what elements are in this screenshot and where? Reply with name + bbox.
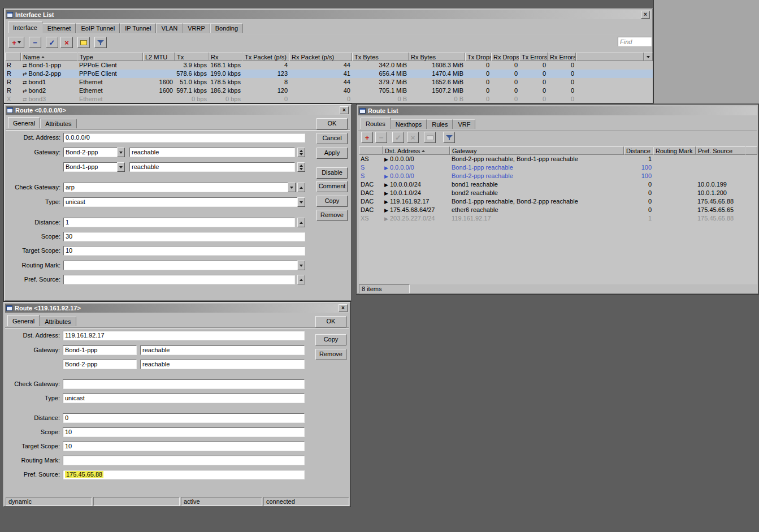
- route-row-203-25-227-0-24[interactable]: XS▶203.25.227.0/24119.161.92.171175.45.6…: [359, 214, 757, 223]
- close-icon[interactable]: ×: [340, 106, 349, 114]
- add-button[interactable]: +: [8, 37, 24, 48]
- scope-input[interactable]: 10: [63, 427, 305, 437]
- titlebar[interactable]: Route <0.0.0.0/0> ×: [6, 106, 350, 115]
- distance-input[interactable]: 1: [63, 218, 295, 227]
- column-header-tx[interactable]: Tx: [175, 53, 209, 61]
- tab-vrf[interactable]: VRF: [453, 119, 475, 129]
- type-dropdown-button[interactable]: [297, 197, 305, 207]
- interface-row-bond3[interactable]: X⇄bond3Ethernet0 bps0 bps000 B0 B0000: [5, 95, 653, 103]
- check-gateway-dropdown-button[interactable]: [288, 183, 296, 192]
- comment-button[interactable]: [77, 37, 90, 48]
- scope-input[interactable]: 30: [63, 232, 305, 241]
- close-icon[interactable]: ×: [641, 11, 650, 19]
- column-header-tx-packet-p-s[interactable]: Tx Packet (p/s): [242, 53, 289, 61]
- column-header-tx-errors[interactable]: Tx Errors: [519, 53, 548, 61]
- tab-ip-tunnel[interactable]: IP Tunnel: [120, 23, 156, 33]
- dst-address-input[interactable]: 0.0.0.0/0: [63, 133, 305, 142]
- titlebar[interactable]: Route <119.161.92.17> ×: [5, 304, 349, 313]
- target-scope-input[interactable]: 10: [63, 246, 305, 256]
- tab-vrrp[interactable]: VRRP: [183, 23, 210, 33]
- close-icon[interactable]: ×: [339, 304, 348, 312]
- gateway-2-combo[interactable]: Bond-1-ppp: [63, 162, 118, 172]
- gateway-1-input[interactable]: Bond-1-ppp: [63, 345, 137, 355]
- route-row-0-0-0-0-0[interactable]: S▶0.0.0.0/0Bond-1-ppp reachable100: [359, 163, 757, 172]
- tab-attributes[interactable]: Attributes: [40, 317, 76, 326]
- tab-eoip-tunnel[interactable]: EoIP Tunnel: [76, 23, 120, 33]
- tab-attributes[interactable]: Attributes: [40, 119, 76, 128]
- interface-row-bond-2-ppp[interactable]: R⇄Bond-2-pppPPPoE Client578.6 kbps199.0 …: [5, 70, 653, 78]
- pref-source-up-button[interactable]: [297, 275, 305, 284]
- route-row-10-0-1-0-24[interactable]: DAC▶10.0.1.0/24bond2 reachable010.0.1.20…: [359, 189, 757, 197]
- column-header-flags[interactable]: [359, 146, 383, 155]
- gateway-1-spinner[interactable]: [297, 148, 305, 157]
- filter-button[interactable]: [94, 37, 107, 48]
- column-header-pref-source[interactable]: Pref. Source: [696, 146, 745, 155]
- column-header-rx[interactable]: Rx: [209, 53, 242, 61]
- route-row-10-0-0-0-24[interactable]: DAC▶10.0.0.0/24bond1 reachable010.0.0.19…: [359, 180, 757, 189]
- route-row-0-0-0-0-0[interactable]: S▶0.0.0.0/0Bond-2-ppp reachable100: [359, 172, 757, 180]
- column-header-dst-address[interactable]: Dst. Address: [383, 146, 450, 155]
- remove-button[interactable]: −: [375, 132, 387, 143]
- tab-ethernet[interactable]: Ethernet: [42, 23, 76, 33]
- interface-row-bond2[interactable]: R⇄bond2Ethernet1600597.1 kbps186.2 kbps1…: [5, 86, 653, 95]
- route-row-0-0-0-0-0[interactable]: AS▶0.0.0.0/0Bond-2-ppp reachable, Bond-1…: [359, 155, 757, 163]
- check-gateway-combo[interactable]: arp: [63, 183, 288, 192]
- gateway-2-dropdown-button[interactable]: [117, 162, 125, 172]
- ok-button[interactable]: OK: [315, 316, 346, 327]
- remove-button[interactable]: −: [29, 37, 41, 48]
- add-button[interactable]: +: [361, 132, 373, 143]
- column-header-name[interactable]: Name: [21, 53, 77, 61]
- tab-general[interactable]: General: [8, 117, 40, 128]
- column-header-flags[interactable]: [5, 53, 21, 61]
- disable-button[interactable]: ×: [60, 37, 73, 48]
- tab-nexthops[interactable]: Nexthops: [391, 119, 427, 129]
- column-header-distance[interactable]: Distance: [624, 146, 653, 155]
- routing-mark-combo[interactable]: [63, 261, 305, 270]
- dst-address-input[interactable]: 119.161.92.17: [63, 331, 305, 340]
- enable-button[interactable]: ✓: [46, 37, 58, 48]
- column-header-rx-errors[interactable]: Rx Errors: [548, 53, 576, 61]
- find-input[interactable]: [618, 37, 652, 46]
- routing-mark-input[interactable]: [63, 456, 305, 465]
- tab-interface[interactable]: Interface: [8, 21, 42, 33]
- column-select-button[interactable]: [644, 53, 653, 61]
- check-gateway-input[interactable]: [63, 379, 305, 389]
- column-header-rx-packet-p-s[interactable]: Rx Packet (p/s): [289, 53, 352, 61]
- ok-button[interactable]: OK: [316, 118, 348, 129]
- tab-vlan[interactable]: VLAN: [156, 23, 183, 33]
- comment-button[interactable]: [424, 132, 436, 143]
- routing-mark-dropdown-button[interactable]: [297, 261, 305, 270]
- column-header-rx-bytes[interactable]: Rx Bytes: [409, 53, 465, 61]
- enable-button[interactable]: ✓: [392, 132, 404, 143]
- pref-source-input[interactable]: [63, 275, 295, 284]
- gateway-2-input[interactable]: Bond-2-ppp: [63, 360, 137, 369]
- column-header-gateway[interactable]: Gateway: [450, 146, 624, 155]
- gateway-1-dropdown-button[interactable]: [117, 148, 125, 157]
- type-combo[interactable]: unicast: [63, 197, 305, 207]
- column-header-tx-drops[interactable]: Tx Drops: [465, 53, 491, 61]
- tab-bonding[interactable]: Bonding: [210, 23, 243, 33]
- column-header-routing-mark[interactable]: Routing Mark: [653, 146, 696, 155]
- tab-routes[interactable]: Routes: [361, 118, 391, 129]
- check-gateway-up-button[interactable]: [297, 183, 305, 192]
- column-header-type[interactable]: Type: [77, 53, 143, 61]
- filter-button[interactable]: [443, 132, 455, 143]
- column-header-rx-drops[interactable]: Rx Drops: [491, 53, 519, 61]
- route-row-175-45-68-64-27[interactable]: DAC▶175.45.68.64/27ether6 reachable0175.…: [359, 206, 757, 214]
- target-scope-input[interactable]: 10: [63, 442, 305, 451]
- type-input[interactable]: unicast: [63, 393, 305, 403]
- titlebar[interactable]: Interface List ×: [6, 10, 651, 19]
- titlebar[interactable]: Route List: [358, 106, 757, 115]
- tab-general[interactable]: General: [7, 315, 40, 326]
- column-header-tx-bytes[interactable]: Tx Bytes: [352, 53, 409, 61]
- gateway-2-spinner[interactable]: [297, 162, 305, 172]
- distance-up-button[interactable]: [297, 218, 305, 227]
- distance-input[interactable]: 0: [63, 413, 305, 423]
- gateway-1-combo[interactable]: Bond-2-ppp: [63, 148, 118, 157]
- disable-button[interactable]: ×: [407, 132, 419, 143]
- pref-source-input[interactable]: 175.45.65.88: [63, 470, 305, 479]
- column-header-l2-mtu[interactable]: L2 MTU: [143, 53, 175, 61]
- tab-rules[interactable]: Rules: [427, 119, 453, 129]
- route-row-119-161-92-17[interactable]: DAC▶119.161.92.17Bond-1-ppp reachable, B…: [359, 197, 757, 206]
- interface-row-bond1[interactable]: R⇄bond1Ethernet160051.0 kbps178.5 kbps84…: [5, 78, 653, 86]
